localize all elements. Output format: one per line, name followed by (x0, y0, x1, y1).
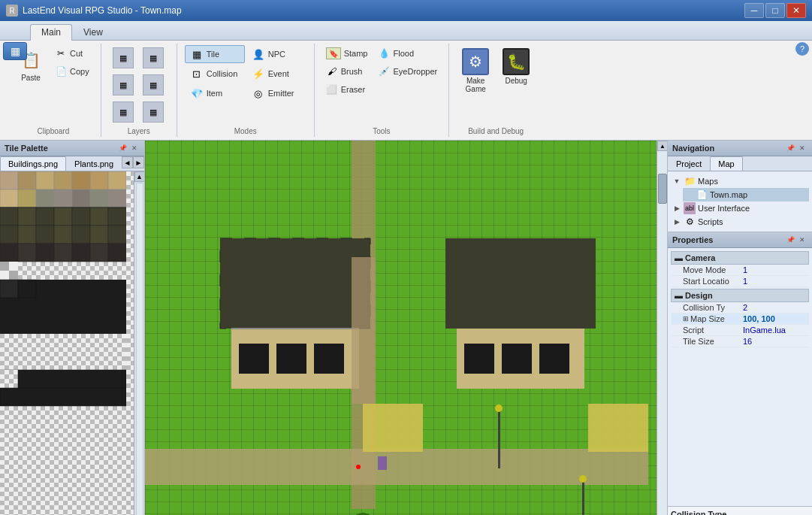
eraser-icon: ⬜ (326, 83, 338, 95)
palette-scroll-up[interactable]: ▲ (134, 171, 145, 182)
palette-canvas[interactable] (0, 171, 144, 515)
collision-type-value[interactable]: 2 (743, 303, 806, 312)
script-value[interactable]: InGame.lua (743, 326, 806, 335)
ribbon-tabs: Main View (0, 21, 812, 41)
props-desc-title: Collision Type (671, 510, 809, 515)
nav-tab-project[interactable]: Project (668, 156, 710, 171)
map-canvas-area[interactable]: ▲ ▼ ◄ ► (145, 141, 667, 515)
help-button[interactable]: ? (795, 42, 809, 56)
palette-nav-left[interactable]: ◄ (122, 156, 133, 168)
ribbon-menu-button[interactable]: ▦ (3, 42, 27, 60)
maximize-button[interactable]: □ (765, 3, 785, 18)
nav-tab-map[interactable]: Map (710, 156, 742, 171)
tab-main[interactable]: Main (30, 24, 72, 41)
svg-rect-18 (36, 208, 54, 226)
navigation-pin[interactable]: 📌 (785, 143, 795, 153)
paste-label: Paste (21, 74, 41, 82)
minimize-button[interactable]: ─ (744, 3, 764, 18)
expand-maps[interactable]: ▼ (672, 177, 681, 186)
expand-ui[interactable]: ▶ (672, 204, 681, 213)
tile-size-value[interactable]: 16 (743, 337, 806, 346)
layer-btn-1[interactable]: ▦ (109, 45, 137, 71)
canvas-scroll-v-track[interactable] (657, 151, 667, 515)
tree-item-townmap[interactable]: ▶ 📄 Town.map (683, 188, 809, 201)
svg-rect-32 (36, 244, 54, 262)
svg-rect-20 (72, 208, 90, 226)
emitter-mode-button[interactable]: ◎ Emitter (246, 84, 306, 102)
tree-item-scripts[interactable]: ▶ ⚙ Scripts (671, 215, 809, 229)
svg-rect-22 (108, 208, 126, 226)
flood-button[interactable]: 💧 Flood (374, 45, 441, 62)
palette-nav-right[interactable]: ► (133, 156, 144, 168)
layer-btn-4[interactable]: ▦ (139, 72, 168, 98)
properties-pin[interactable]: 📌 (785, 235, 795, 245)
prop-script: Script InGame.lua (671, 325, 809, 336)
scripts-icon: ⚙ (684, 216, 696, 228)
navigation-panel: Navigation 📌 ✕ Project Map ▼ 📁 Maps (668, 141, 812, 232)
stamp-button[interactable]: 🔖 Stamp (322, 45, 372, 62)
expand-scripts[interactable]: ▶ (672, 217, 681, 226)
layer-btn-2[interactable]: ▦ (139, 45, 168, 71)
canvas-scroll-up[interactable]: ▲ (657, 141, 667, 151)
layer-btn-3[interactable]: ▦ (109, 72, 137, 98)
modes-group-label: Modes (177, 127, 314, 135)
properties-actions: 📌 ✕ (785, 235, 807, 245)
maps-folder-icon: 📁 (684, 175, 696, 187)
npc-mode-button[interactable]: 👤 NPC (246, 45, 306, 63)
map-size-value[interactable]: 100, 100 (743, 314, 806, 323)
navigation-close[interactable]: ✕ (797, 143, 807, 153)
make-game-button[interactable]: ⚙ MakeGame (457, 45, 494, 96)
tab-view[interactable]: View (72, 24, 114, 40)
tile-palette-pin[interactable]: 📌 (117, 143, 128, 153)
item-icon: 💎 (190, 86, 204, 100)
title-bar: R LastEnd Visual RPG Studio - Town.map ─… (0, 0, 812, 21)
tab-plants[interactable]: Plants.png (66, 156, 122, 171)
svg-rect-27 (72, 226, 90, 244)
close-button[interactable]: ✕ (786, 3, 806, 18)
tree-item-maps[interactable]: ▼ 📁 Maps (671, 174, 809, 188)
layer-btn-6[interactable]: ▦ (139, 99, 168, 125)
main-area: Tile Palette 📌 ✕ Buildings.png Plants.pn… (0, 141, 812, 515)
map-size-expand[interactable]: ⊞ (683, 315, 689, 323)
tile-palette-close[interactable]: ✕ (129, 143, 140, 153)
event-mode-button[interactable]: ⚡ Event (246, 65, 306, 83)
svg-rect-34 (72, 244, 90, 262)
copy-button[interactable]: 📄 Copy (51, 63, 93, 80)
palette-scroll-track[interactable] (136, 183, 143, 515)
mode-grid: ▦ Tile 👤 NPC ⊡ Collision ⚡ Event (185, 45, 306, 102)
tree-area: ▼ 📁 Maps ▶ 📄 Town.map ▶ abl User Interfa… (668, 171, 812, 232)
eraser-button[interactable]: ⬜ Eraser (322, 81, 372, 98)
svg-rect-52 (18, 370, 126, 388)
npc-icon: 👤 (252, 47, 265, 61)
cut-button[interactable]: ✂ Cut (51, 45, 93, 62)
debug-button[interactable]: 🐛 Debug (497, 45, 535, 88)
camera-section-header[interactable]: ▬ Camera (671, 251, 809, 265)
properties-description: Collision Type Set the way the player mo… (668, 506, 812, 515)
properties-title: Properties (672, 235, 713, 244)
tab-buildings[interactable]: Buildings.png (0, 156, 66, 171)
tile-palette-title: Tile Palette (5, 144, 48, 153)
tree-item-ui[interactable]: ▶ abl User Interface (671, 201, 809, 215)
event-icon: ⚡ (252, 67, 265, 80)
svg-rect-19 (54, 208, 72, 226)
properties-close[interactable]: ✕ (797, 235, 807, 245)
move-mode-value[interactable]: 1 (743, 265, 806, 274)
svg-rect-2 (36, 171, 54, 189)
start-location-value[interactable]: 1 (743, 277, 806, 286)
collision-mode-button[interactable]: ⊡ Collision (185, 65, 245, 83)
tile-mode-button[interactable]: ▦ Tile (185, 45, 245, 63)
modes-items: ▦ Tile 👤 NPC ⊡ Collision ⚡ Event (185, 45, 306, 113)
canvas-scroll-v-thumb[interactable] (658, 174, 667, 204)
prop-map-size: ⊞ Map Size 100, 100 (671, 314, 809, 325)
svg-rect-26 (54, 226, 72, 244)
item-mode-button[interactable]: 💎 Item (185, 84, 245, 102)
layer-btn-5[interactable]: ▦ (109, 99, 137, 125)
eyedropper-button[interactable]: 💉 EyeDropper (374, 63, 441, 80)
clipboard-group-label: Clipboard (6, 127, 101, 135)
design-section-header[interactable]: ▬ Design (671, 289, 809, 302)
brush-button[interactable]: 🖌 Brush (322, 63, 372, 80)
svg-rect-28 (90, 226, 108, 244)
tools-group-label: Tools (315, 127, 449, 135)
layers-group-label: Layers (101, 127, 177, 135)
svg-rect-30 (0, 244, 18, 262)
